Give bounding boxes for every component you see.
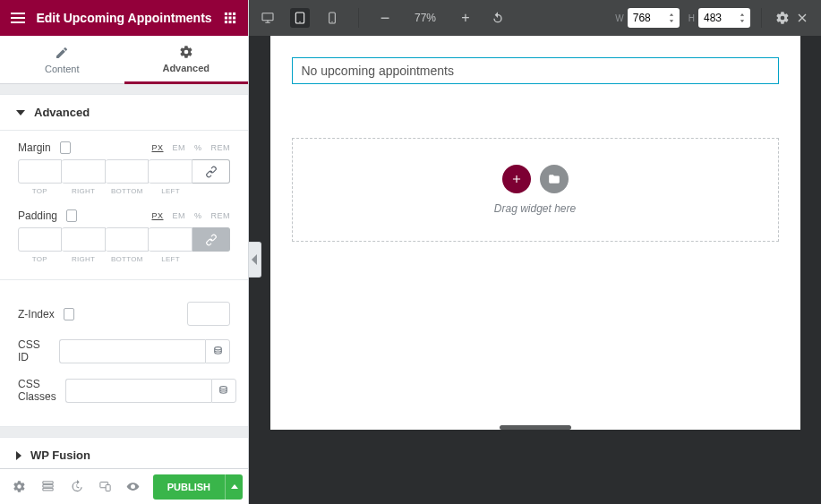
topbar-close-icon[interactable] xyxy=(792,8,812,28)
svg-rect-0 xyxy=(11,13,25,14)
height-field xyxy=(698,8,750,28)
unit-px[interactable]: PX xyxy=(151,143,163,152)
canvas-area: − 77% + W H No upcoming app xyxy=(249,0,821,504)
viewport-resize-handle[interactable] xyxy=(500,425,571,430)
svg-rect-3 xyxy=(225,13,227,15)
cssclasses-dynamic-button[interactable] xyxy=(211,379,236,403)
cssclasses-input[interactable] xyxy=(65,379,211,403)
margin-bottom-input[interactable] xyxy=(106,159,150,184)
responsive-icon[interactable] xyxy=(60,141,71,154)
svg-rect-2 xyxy=(11,21,25,23)
height-input[interactable] xyxy=(704,12,736,24)
zoom-reset-icon[interactable] xyxy=(488,8,508,28)
hamburger-icon[interactable] xyxy=(7,7,29,29)
canvas-topbar: − 77% + W H xyxy=(249,0,821,36)
section-advanced-header[interactable]: Advanced xyxy=(0,95,248,131)
height-label: H xyxy=(688,13,695,23)
tab-content-label: Content xyxy=(45,64,80,74)
width-label: W xyxy=(615,13,623,23)
svg-point-12 xyxy=(214,346,221,349)
zoom-out-button[interactable]: − xyxy=(375,8,395,28)
topbar-settings-icon[interactable] xyxy=(773,8,792,28)
section-wpfusion-header[interactable]: WP Fusion xyxy=(0,438,248,468)
panel-body: Advanced Margin PX EM % REM TOP RIGHT xyxy=(0,84,248,468)
width-stepper-icon[interactable] xyxy=(665,13,678,22)
cssid-input[interactable] xyxy=(59,339,205,363)
section-gap xyxy=(0,427,248,438)
zoom-level: 77% xyxy=(415,12,436,24)
add-section-button[interactable] xyxy=(502,165,531,193)
section-wpfusion-label: WP Fusion xyxy=(30,448,90,462)
apps-grid-icon[interactable] xyxy=(219,7,241,29)
cssid-label: CSS ID xyxy=(18,338,50,363)
unit-pct[interactable]: % xyxy=(194,143,202,152)
svg-rect-5 xyxy=(233,13,235,15)
padding-inputs: TOP RIGHT BOTTOM LEFT xyxy=(18,227,230,263)
padding-bottom-input[interactable] xyxy=(106,227,150,252)
margin-right-input[interactable] xyxy=(62,159,106,184)
panel-title: Edit Upcoming Appointments xyxy=(29,11,219,25)
publish-options-button[interactable] xyxy=(225,474,243,500)
margin-left-sublabel: LEFT xyxy=(161,187,180,195)
padding-right-input[interactable] xyxy=(62,227,106,252)
svg-rect-16 xyxy=(262,13,273,21)
cssid-dynamic-button[interactable] xyxy=(205,339,230,363)
width-input[interactable] xyxy=(633,12,665,24)
panel-tabs: Content Advanced xyxy=(0,36,248,84)
unit-rem[interactable]: REM xyxy=(211,211,231,220)
caret-down-icon xyxy=(16,110,25,115)
device-desktop-icon[interactable] xyxy=(258,8,278,28)
section-ids: Z-Index CSS ID CSS Classes xyxy=(0,280,248,427)
preview-viewport: No upcoming appointments Drag widget her… xyxy=(270,36,800,430)
tab-advanced-label: Advanced xyxy=(162,63,210,73)
unit-rem[interactable]: REM xyxy=(211,143,231,152)
margin-inputs: TOP RIGHT BOTTOM LEFT xyxy=(18,159,230,195)
empty-section-dropzone[interactable]: Drag widget here xyxy=(292,138,779,242)
footer-history-icon[interactable] xyxy=(63,473,91,501)
margin-top-input[interactable] xyxy=(18,159,62,184)
margin-link-button[interactable] xyxy=(192,159,230,184)
padding-bottom-sublabel: BOTTOM xyxy=(111,255,143,263)
margin-top-sublabel: TOP xyxy=(32,187,47,195)
unit-em[interactable]: EM xyxy=(172,211,185,220)
responsive-icon[interactable] xyxy=(66,209,77,222)
padding-top-sublabel: TOP xyxy=(32,255,47,263)
padding-top-input[interactable] xyxy=(18,227,62,252)
device-tablet-icon[interactable] xyxy=(290,8,310,28)
zindex-input[interactable] xyxy=(187,302,230,326)
footer-navigator-icon[interactable] xyxy=(34,473,63,501)
zindex-label: Z-Index xyxy=(18,308,55,320)
no-upcoming-text: No upcoming appointments xyxy=(302,64,454,78)
svg-rect-7 xyxy=(228,16,231,19)
unit-pct[interactable]: % xyxy=(194,211,202,220)
margin-left-input[interactable] xyxy=(149,159,192,184)
viewport-stage: No upcoming appointments Drag widget her… xyxy=(249,36,821,504)
unit-em[interactable]: EM xyxy=(172,143,185,152)
svg-rect-8 xyxy=(233,16,235,19)
add-template-button[interactable] xyxy=(540,165,569,193)
tab-content[interactable]: Content xyxy=(0,36,124,84)
footer-responsive-icon[interactable] xyxy=(90,473,119,501)
publish-button[interactable]: PUBLISH xyxy=(153,474,225,500)
margin-units: PX EM % REM xyxy=(151,143,230,152)
padding-link-button[interactable] xyxy=(192,227,230,252)
footer-settings-icon[interactable] xyxy=(5,473,34,501)
margin-label: Margin xyxy=(18,141,51,154)
svg-rect-9 xyxy=(225,21,227,23)
zoom-in-button[interactable]: + xyxy=(456,8,475,28)
device-mobile-icon[interactable] xyxy=(322,8,342,28)
cssclasses-label: CSS Classes xyxy=(18,378,56,403)
height-stepper-icon[interactable] xyxy=(736,13,748,22)
section-gap xyxy=(0,84,248,95)
tab-advanced[interactable]: Advanced xyxy=(124,36,249,84)
responsive-icon[interactable] xyxy=(64,308,74,320)
unit-px[interactable]: PX xyxy=(151,211,163,220)
padding-left-input[interactable] xyxy=(149,227,192,252)
panel-header: Edit Upcoming Appointments xyxy=(0,0,248,36)
upcoming-appointments-widget[interactable]: No upcoming appointments xyxy=(292,57,779,84)
svg-rect-4 xyxy=(228,13,231,15)
footer-preview-icon[interactable] xyxy=(119,473,148,501)
svg-point-13 xyxy=(220,386,227,389)
svg-rect-11 xyxy=(233,21,235,23)
svg-point-18 xyxy=(299,21,300,22)
